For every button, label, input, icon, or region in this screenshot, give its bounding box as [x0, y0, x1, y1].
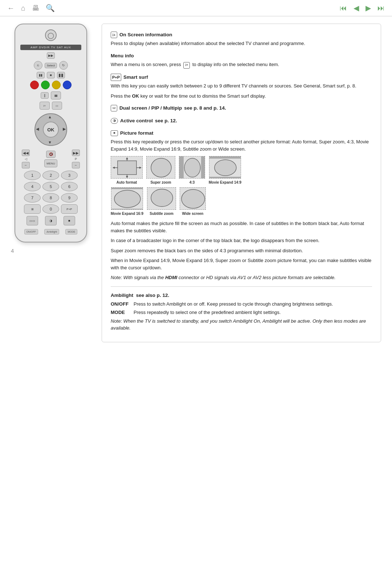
power-button[interactable]: ◯ — [45, 29, 57, 41]
green-button[interactable] — [41, 81, 50, 89]
toolbar-right: ⏮ ◀ ▶ ⏭ — [340, 4, 385, 12]
rec-row: ▮▮ ■ ▮▮ — [20, 72, 81, 78]
numpad: 1 2 3 4 5 6 7 8 9 ⊞ 0 P+P — [20, 171, 81, 214]
skip-back-icon[interactable]: ⏮ — [340, 4, 347, 12]
svg-point-18 — [114, 190, 140, 208]
num-7[interactable]: 7 — [24, 193, 41, 203]
info-btn[interactable]: i+ — [40, 102, 50, 110]
ok-button[interactable]: OK — [43, 122, 59, 138]
color-row — [20, 81, 81, 89]
onoff-button[interactable]: ON/OFF — [24, 229, 38, 234]
format-movie16-img — [111, 187, 143, 210]
active-control-icon: ◑ — [111, 118, 118, 124]
svg-marker-6 — [126, 157, 128, 159]
num-3[interactable]: 3 — [61, 171, 78, 180]
left-arrow: ◀ — [36, 127, 39, 131]
skip-forward-icon[interactable]: ⏭ — [377, 4, 385, 12]
dual-screen-title: 12 Dual screen / PIP / Multipip see p. 8… — [111, 105, 372, 112]
picture-format-section: ■ Picture format Press this key repeated… — [111, 130, 372, 281]
vol-minus-btn[interactable]: − — [22, 162, 30, 168]
format-auto-label: Auto format — [117, 180, 137, 185]
format-subtitle: Subtitle zoom — [147, 187, 176, 216]
on-screen-section: i+ On Screen information Press to displa… — [111, 31, 372, 47]
right-arrow: ▶ — [63, 127, 66, 131]
ii-btn[interactable]: ‖ — [41, 92, 49, 99]
menu-info-icon: i+ — [183, 62, 190, 69]
smart-surf-body2: Press the OK key or wait for the time ou… — [111, 93, 372, 100]
prev-icon[interactable]: ◀ — [354, 4, 359, 12]
volume-column: ◀◀ ◁ − — [22, 150, 30, 168]
next-icon[interactable]: ▶ — [366, 4, 371, 12]
ff-button[interactable]: ▶▶ — [47, 52, 55, 59]
bottom-special-row: ▭▭ ◑ ■ — [20, 216, 81, 225]
svg-point-12 — [184, 158, 200, 177]
amp-bar: AMP DVD/R TV SAT AUX — [20, 45, 81, 50]
format-wide-img — [180, 187, 206, 210]
format-subtitle-img — [147, 187, 176, 210]
ambilight-title: Ambilight see also p. 12. — [111, 292, 372, 299]
mode-button[interactable]: MODE — [65, 229, 77, 234]
smart-surf-section: P+P Smart surf With this key you can eas… — [111, 74, 372, 100]
blue-button[interactable] — [63, 81, 72, 89]
next-track-btn[interactable]: ▶▶ — [72, 150, 80, 156]
num-2[interactable]: 2 — [42, 171, 59, 180]
dual-screen-btn[interactable]: ▭▭ — [26, 216, 38, 225]
select-row: ⎋ Select ↻ — [20, 61, 81, 70]
dual-screen-section: 12 Dual screen / PIP / Multipip see p. 8… — [111, 105, 372, 112]
source-btn[interactable]: ↻ — [59, 61, 68, 70]
svg-point-20 — [181, 189, 205, 208]
back-arrow-icon[interactable]: ← — [7, 4, 15, 12]
format-43: 4:3 — [179, 156, 205, 185]
svg-rect-16 — [111, 188, 143, 189]
yellow-button[interactable] — [52, 81, 61, 89]
num-4[interactable]: 4 — [24, 182, 41, 191]
remote-control: ◯ AMP DVD/R TV SAT AUX ▶▶ ⎋ Select ↻ ▮▮ … — [15, 24, 87, 242]
ambilight-row: ON/OFF Ambilight MODE — [20, 229, 81, 234]
pause-btn[interactable]: ▮▮ — [57, 72, 65, 78]
num-8[interactable]: 8 — [42, 193, 59, 203]
svg-rect-13 — [209, 156, 241, 159]
picture-format-icon: ■ — [111, 130, 118, 136]
format-row-2: Movie Expand 16:9 Subtitle zoom — [111, 187, 372, 216]
picture-format-body3: In case of a broadcaster logo in the cor… — [111, 237, 372, 244]
num-6[interactable]: 6 — [61, 182, 78, 191]
stop-btn[interactable]: ■ — [47, 72, 55, 78]
svg-point-9 — [151, 158, 171, 177]
teletext-color-btn[interactable]: ⊞ — [24, 204, 41, 214]
num-1[interactable]: 1 — [24, 171, 41, 180]
format-auto: Auto format — [111, 156, 143, 185]
active-ctrl-btn[interactable]: ◑ — [45, 216, 57, 225]
print-icon[interactable]: 🖶 — [32, 4, 39, 12]
red-button[interactable] — [30, 81, 39, 89]
teletext-btn[interactable]: ▮▮ — [51, 91, 61, 99]
num-0[interactable]: 0 — [42, 204, 59, 214]
ambilight-button[interactable]: Ambilight — [44, 229, 59, 234]
svg-marker-8 — [126, 176, 128, 178]
smart-surf-title: P+P Smart surf — [111, 74, 372, 81]
onoff-line: ON/OFF Press to switch Ambilight on or o… — [111, 301, 372, 308]
format-btn[interactable]: ▭ — [52, 102, 62, 110]
prev-track-btn[interactable]: ◀◀ — [22, 150, 30, 156]
pip-num-btn[interactable]: P+P — [61, 204, 78, 214]
format-wide: Wide screen — [180, 187, 206, 216]
pg-minus-btn[interactable]: − — [72, 162, 80, 168]
menu-button[interactable]: MENU — [44, 159, 57, 167]
picture-fmt-btn[interactable]: ■ — [64, 216, 75, 225]
mute-button[interactable]: 🔇 — [46, 151, 56, 158]
num-5[interactable]: 5 — [42, 182, 59, 191]
home-icon[interactable]: ⌂ — [21, 4, 25, 12]
format-wide-label: Wide screen — [182, 211, 204, 216]
back-btn[interactable]: ⎋ — [34, 61, 42, 70]
onoff-desc: Press to switch Ambilight on or off. Kee… — [134, 301, 333, 308]
info-icon: i+ — [111, 32, 117, 38]
num-9[interactable]: 9 — [61, 193, 78, 203]
svg-rect-14 — [209, 177, 241, 179]
toolbar: ← ⌂ 🖶 🔍 ⏮ ◀ ▶ ⏭ — [0, 0, 392, 16]
svg-rect-0 — [118, 161, 136, 175]
ii-row: ‖ ▮▮ — [20, 91, 81, 99]
search-icon[interactable]: 🔍 — [46, 4, 55, 12]
rec-btn[interactable]: ▮▮ — [37, 72, 45, 78]
select-button[interactable]: Select — [45, 63, 57, 68]
on-screen-title: i+ On Screen information — [111, 31, 372, 38]
onoff-label: ON/OFF — [111, 301, 131, 308]
